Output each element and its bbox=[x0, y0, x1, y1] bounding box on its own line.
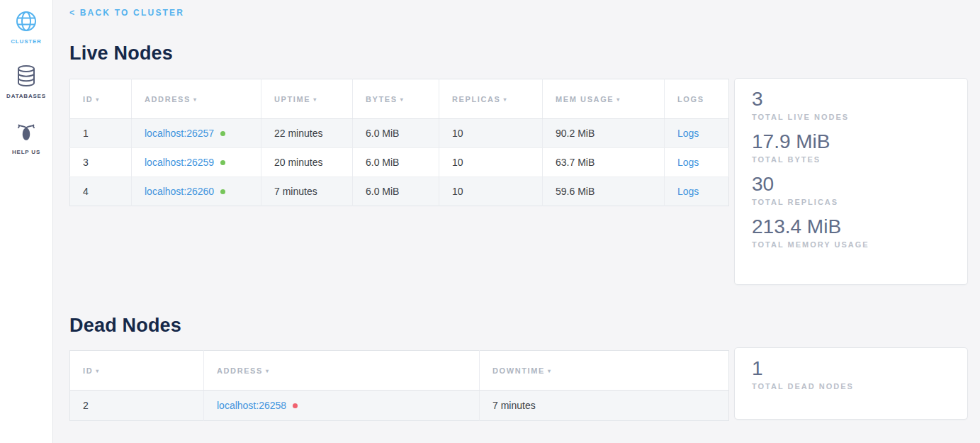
dead-nodes-table: ID▾ ADDRESS▾ DOWNTIME▾ 2 localhost:26258… bbox=[69, 350, 729, 421]
globe-icon bbox=[0, 10, 52, 35]
node-address-cell: localhost:26260 bbox=[132, 177, 261, 206]
column-header-logs: LOGS bbox=[665, 79, 729, 119]
live-table-header-row: ID▾ ADDRESS▾ UPTIME▾ BYTES▾ REPLICAS▾ ME… bbox=[70, 79, 729, 119]
node-replicas-cell: 10 bbox=[439, 119, 543, 148]
node-bytes-cell: 6.0 MiB bbox=[353, 177, 439, 206]
node-id-cell: 2 bbox=[70, 391, 204, 421]
node-address-link[interactable]: localhost:26258 bbox=[217, 400, 286, 411]
stat-label: TOTAL BYTES bbox=[752, 155, 950, 164]
node-uptime-cell: 20 minutes bbox=[261, 148, 353, 177]
node-address-link[interactable]: localhost:26260 bbox=[145, 186, 214, 197]
column-header-uptime[interactable]: UPTIME▾ bbox=[261, 79, 353, 119]
sidebar-item-help-us[interactable]: HELP US bbox=[0, 122, 52, 155]
node-id-cell: 3 bbox=[70, 148, 132, 177]
stat-total-bytes: 17.9 MiB TOTAL BYTES bbox=[752, 130, 950, 164]
stat-total-memory-usage: 213.4 MiB TOTAL MEMORY USAGE bbox=[752, 215, 950, 249]
column-header-address[interactable]: ADDRESS▾ bbox=[204, 351, 480, 391]
live-status-dot-icon bbox=[220, 131, 225, 136]
stat-label: TOTAL LIVE NODES bbox=[752, 113, 950, 121]
column-header-downtime[interactable]: DOWNTIME▾ bbox=[480, 351, 729, 391]
stat-label: TOTAL REPLICAS bbox=[752, 198, 950, 206]
live-nodes-table: ID▾ ADDRESS▾ UPTIME▾ BYTES▾ REPLICAS▾ ME… bbox=[69, 79, 729, 206]
stat-value: 30 bbox=[752, 172, 950, 196]
node-address-cell: localhost:26258 bbox=[204, 391, 480, 421]
sort-arrow-icon: ▾ bbox=[503, 96, 507, 103]
sort-arrow-icon: ▾ bbox=[616, 96, 621, 103]
dead-nodes-title: Dead Nodes bbox=[69, 315, 181, 337]
node-logs-cell: Logs bbox=[665, 177, 729, 206]
node-logs-cell: Logs bbox=[665, 148, 729, 177]
sort-arrow-icon: ▾ bbox=[266, 368, 270, 374]
sidebar-item-label: HELP US bbox=[0, 149, 52, 155]
sidebar-item-label: DATABASES bbox=[0, 93, 52, 99]
stat-total-live-nodes: 3 TOTAL LIVE NODES bbox=[752, 87, 950, 121]
node-uptime-cell: 22 minutes bbox=[261, 119, 353, 148]
sort-arrow-icon: ▾ bbox=[96, 96, 100, 103]
live-nodes-title: Live Nodes bbox=[69, 43, 173, 65]
sort-arrow-icon: ▾ bbox=[96, 368, 100, 374]
dead-table-header-row: ID▾ ADDRESS▾ DOWNTIME▾ bbox=[70, 351, 729, 391]
table-row: 2 localhost:26258 7 minutes bbox=[70, 391, 729, 421]
column-header-id[interactable]: ID▾ bbox=[70, 351, 204, 391]
stat-value: 213.4 MiB bbox=[752, 215, 950, 239]
stat-value: 17.9 MiB bbox=[752, 130, 950, 154]
stat-label: TOTAL DEAD NODES bbox=[752, 382, 950, 391]
cockroach-bug-icon bbox=[0, 122, 52, 146]
column-header-address[interactable]: ADDRESS▾ bbox=[132, 79, 261, 119]
stat-total-replicas: 30 TOTAL REPLICAS bbox=[752, 172, 950, 206]
sidebar: CLUSTER DATABASES HELP US bbox=[0, 0, 53, 443]
sort-arrow-icon: ▾ bbox=[313, 96, 317, 103]
dead-nodes-summary-card: 1 TOTAL DEAD NODES bbox=[734, 347, 968, 420]
logs-link[interactable]: Logs bbox=[677, 157, 699, 168]
node-downtime-cell: 7 minutes bbox=[480, 391, 729, 421]
sort-arrow-icon: ▾ bbox=[193, 96, 198, 103]
database-icon bbox=[0, 65, 52, 90]
node-mem-usage-cell: 59.6 MiB bbox=[543, 177, 665, 206]
table-row: 3 localhost:26259 20 minutes 6.0 MiB 10 … bbox=[70, 148, 729, 177]
column-header-mem-usage[interactable]: MEM USAGE▾ bbox=[543, 79, 665, 119]
stat-value: 1 bbox=[752, 357, 950, 381]
node-id-cell: 4 bbox=[70, 177, 132, 206]
logs-link[interactable]: Logs bbox=[677, 186, 699, 197]
sort-arrow-icon: ▾ bbox=[400, 96, 405, 103]
node-replicas-cell: 10 bbox=[439, 177, 543, 206]
live-nodes-summary-card: 3 TOTAL LIVE NODES 17.9 MiB TOTAL BYTES … bbox=[734, 78, 968, 285]
sidebar-item-cluster[interactable]: CLUSTER bbox=[0, 10, 52, 45]
sidebar-item-databases[interactable]: DATABASES bbox=[0, 65, 52, 99]
column-header-bytes[interactable]: BYTES▾ bbox=[353, 79, 439, 119]
stat-value: 3 bbox=[752, 87, 950, 111]
node-bytes-cell: 6.0 MiB bbox=[353, 119, 439, 148]
node-uptime-cell: 7 minutes bbox=[261, 177, 353, 206]
table-row: 4 localhost:26260 7 minutes 6.0 MiB 10 5… bbox=[70, 177, 729, 206]
node-bytes-cell: 6.0 MiB bbox=[353, 148, 439, 177]
back-to-cluster-link[interactable]: < BACK TO CLUSTER bbox=[69, 8, 184, 18]
sort-arrow-icon: ▾ bbox=[548, 368, 552, 374]
node-replicas-cell: 10 bbox=[439, 148, 543, 177]
node-address-link[interactable]: localhost:26257 bbox=[145, 128, 214, 139]
stat-total-dead-nodes: 1 TOTAL DEAD NODES bbox=[752, 357, 950, 391]
column-header-id[interactable]: ID▾ bbox=[70, 79, 132, 119]
dead-status-dot-icon bbox=[293, 403, 298, 408]
stat-label: TOTAL MEMORY USAGE bbox=[752, 240, 950, 249]
live-status-dot-icon bbox=[220, 189, 225, 194]
node-logs-cell: Logs bbox=[665, 119, 729, 148]
node-mem-usage-cell: 90.2 MiB bbox=[543, 119, 665, 148]
table-row: 1 localhost:26257 22 minutes 6.0 MiB 10 … bbox=[70, 119, 729, 148]
live-status-dot-icon bbox=[220, 160, 225, 165]
node-id-cell: 1 bbox=[70, 119, 132, 148]
node-address-link[interactable]: localhost:26259 bbox=[145, 157, 214, 168]
node-address-cell: localhost:26257 bbox=[132, 119, 261, 148]
column-header-replicas[interactable]: REPLICAS▾ bbox=[439, 79, 543, 119]
node-mem-usage-cell: 63.7 MiB bbox=[543, 148, 665, 177]
logs-link[interactable]: Logs bbox=[677, 128, 699, 139]
node-address-cell: localhost:26259 bbox=[132, 148, 261, 177]
sidebar-item-label: CLUSTER bbox=[0, 38, 52, 45]
